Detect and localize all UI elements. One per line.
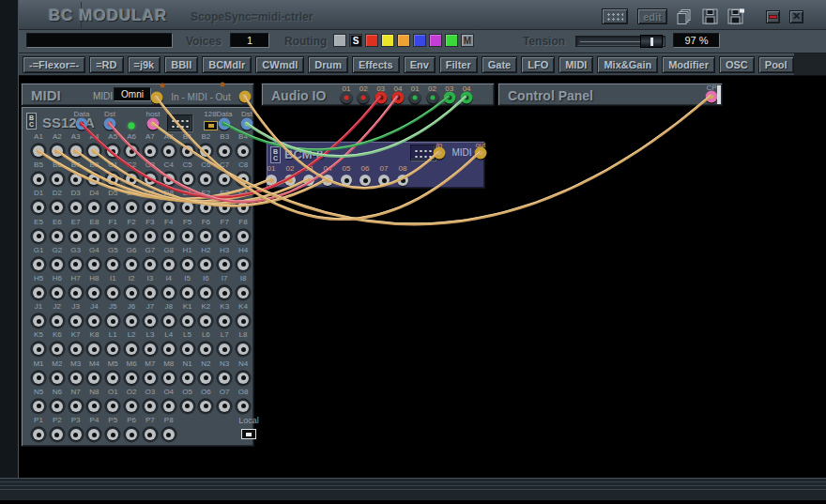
grid-jack-F6[interactable]	[200, 231, 211, 242]
bcm8-jack-08[interactable]	[397, 175, 408, 186]
grid-jack-K7[interactable]	[70, 344, 82, 355]
grid-jack-G6[interactable]	[126, 259, 137, 270]
grid-jack-L4[interactable]	[163, 344, 175, 355]
grid-jack-M4[interactable]	[88, 373, 99, 384]
grid-jack-N8[interactable]	[88, 401, 99, 412]
local-switch[interactable]	[241, 429, 256, 439]
window-bottom-bar[interactable]	[0, 478, 826, 500]
grid-jack-D7[interactable]	[145, 202, 156, 213]
grid-jack-J8[interactable]	[163, 315, 175, 327]
grid-jack-A2[interactable]	[52, 145, 63, 157]
grid-jack-A3[interactable]	[70, 145, 82, 157]
grid-jack-J5[interactable]	[107, 315, 118, 327]
grid-jack-L5[interactable]	[182, 344, 193, 355]
grid-jack-M6[interactable]	[126, 373, 137, 384]
grid-jack-N7[interactable]	[70, 401, 82, 412]
routing-yellow-swatch[interactable]	[381, 34, 394, 47]
bcm8-jack-05[interactable]	[341, 175, 352, 186]
grid-jack-C5[interactable]	[182, 174, 193, 185]
grid-jack-A7[interactable]	[145, 145, 156, 157]
grid-jack-A5[interactable]	[107, 145, 118, 157]
module-button-cwmdl[interactable]: CWmdl	[255, 56, 304, 73]
grid-jack-A1[interactable]	[33, 145, 44, 157]
module-button-bbii[interactable]: BBII	[164, 56, 198, 73]
grid-jack-A4[interactable]	[88, 145, 99, 157]
module-button--rd[interactable]: =RD	[89, 56, 123, 73]
routing-blue-swatch[interactable]	[413, 34, 426, 47]
grid-jack-G8[interactable]	[163, 259, 175, 270]
grid-jack-P7[interactable]	[145, 429, 156, 440]
close-button[interactable]: ✕	[789, 10, 803, 23]
grid-jack-C1[interactable]	[107, 174, 118, 185]
grid-jack-K1[interactable]	[182, 315, 193, 327]
grid-jack-K3[interactable]	[219, 315, 230, 327]
tension-slider[interactable]	[575, 36, 665, 47]
grid-jack-P3[interactable]	[70, 429, 82, 440]
grid-jack-I5[interactable]	[182, 287, 193, 298]
grid-jack-M2[interactable]	[52, 373, 63, 384]
midi-channel-value[interactable]: Omni	[114, 87, 151, 101]
cp-jack[interactable]	[706, 91, 718, 103]
module-button-gate[interactable]: Gate	[482, 56, 517, 73]
grid-jack-F5[interactable]	[182, 231, 193, 242]
module-resize-handle[interactable]	[717, 85, 721, 104]
grid-jack-E8[interactable]	[88, 231, 99, 242]
grid-jack-I1[interactable]	[107, 287, 118, 298]
voices-value[interactable]: 1	[230, 33, 269, 48]
module-button-lfo[interactable]: LFO	[521, 56, 555, 73]
grid-jack-K2[interactable]	[200, 315, 211, 327]
grid-jack-D2[interactable]	[52, 202, 63, 213]
grid-jack-C3[interactable]	[145, 174, 156, 185]
grid-jack-C7[interactable]	[219, 174, 230, 185]
grid-jack-P6[interactable]	[126, 429, 137, 440]
patch-grid-button[interactable]	[602, 8, 628, 24]
grid-jack-D5[interactable]	[107, 202, 118, 213]
grid-jack-O7[interactable]	[219, 401, 230, 412]
grid-jack-C2[interactable]	[126, 174, 137, 185]
grid-jack-M8[interactable]	[163, 373, 175, 384]
grid-jack-O4[interactable]	[163, 401, 175, 412]
grid-jack-G5[interactable]	[107, 259, 118, 270]
grid-jack-B5[interactable]	[33, 174, 44, 185]
grid-jack-F4[interactable]	[163, 231, 175, 242]
grid-jack-B6[interactable]	[52, 174, 63, 185]
grid-jack-G4[interactable]	[88, 259, 99, 270]
grid-jack-G7[interactable]	[145, 259, 156, 270]
grid-jack-K6[interactable]	[52, 344, 63, 355]
grid-jack-N4[interactable]	[237, 373, 249, 384]
grid-jack-H7[interactable]	[70, 287, 82, 298]
grid-jack-I2[interactable]	[126, 287, 137, 298]
module-button--flexor-[interactable]: -=Flexor=-	[23, 56, 85, 73]
control-panel-module[interactable]: Control Panel CP	[497, 83, 723, 106]
grid-jack-K5[interactable]	[33, 344, 44, 355]
grid-jack-I6[interactable]	[200, 287, 211, 298]
module-button-drum[interactable]: Drum	[308, 56, 348, 73]
grid-jack-I7[interactable]	[219, 287, 230, 298]
grid-jack-M3[interactable]	[70, 373, 82, 384]
module-button-midi[interactable]: MIDI	[558, 56, 593, 73]
grid-jack-N1[interactable]	[182, 373, 193, 384]
grid-jack-F2[interactable]	[126, 231, 137, 242]
grid-jack-J3[interactable]	[70, 315, 82, 327]
audio-out-jack-03[interactable]	[443, 92, 455, 104]
grid-jack-C8[interactable]	[237, 174, 249, 185]
grid-jack-D1[interactable]	[33, 202, 44, 213]
grid-jack-E3[interactable]	[219, 202, 230, 213]
grid-jack-E6[interactable]	[52, 231, 63, 242]
module-button-osc[interactable]: OSC	[719, 56, 755, 73]
grid-jack-E4[interactable]	[237, 202, 249, 213]
grid-jack-A8[interactable]	[163, 145, 175, 157]
grid-jack-K8[interactable]	[88, 344, 99, 355]
routing-orange-swatch[interactable]	[397, 34, 410, 47]
grid-jack-H6[interactable]	[52, 287, 63, 298]
audio-out-jack-04[interactable]	[461, 92, 473, 104]
grid-jack-L7[interactable]	[219, 344, 230, 355]
grid-jack-D6[interactable]	[126, 202, 137, 213]
grid-jack-I4[interactable]	[163, 287, 175, 298]
grid-jack-J4[interactable]	[88, 315, 99, 327]
ss128a-module[interactable]: BC SS128A Data Dst host 128 Data Dst A1A…	[21, 106, 254, 447]
grid-jack-B8[interactable]	[88, 174, 99, 185]
midi-in-jack[interactable]	[151, 92, 163, 104]
grid-jack-O2[interactable]	[126, 401, 137, 412]
grid-jack-L3[interactable]	[145, 344, 156, 355]
